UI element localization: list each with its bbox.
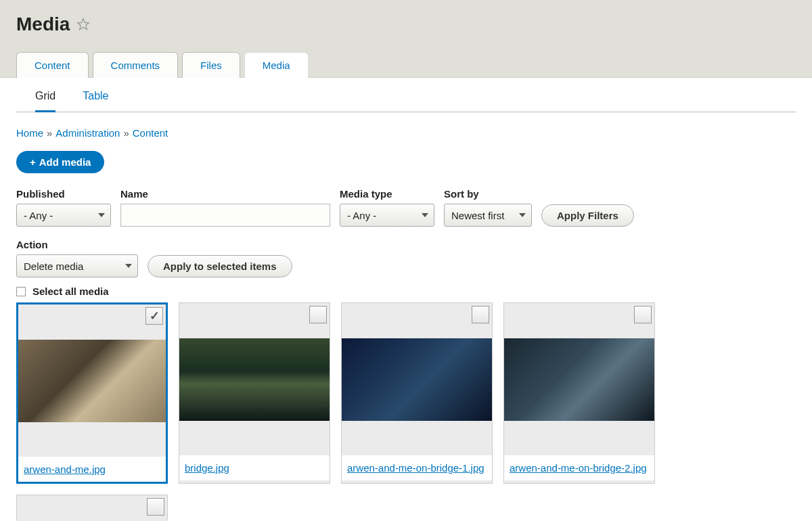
primary-tab-files[interactable]: Files <box>182 52 240 78</box>
media-card[interactable]: ✓arwen-and-me.jpg <box>16 302 168 484</box>
action-select[interactable]: Delete media <box>16 254 138 277</box>
secondary-tab-grid[interactable]: Grid <box>35 90 55 112</box>
media-filename-link[interactable]: arwen-and-me-on-bridge-2.jpg <box>510 462 647 474</box>
media-type-label: Media type <box>340 188 434 200</box>
secondary-tab-table[interactable]: Table <box>83 90 108 112</box>
caret-down-icon <box>519 213 526 217</box>
breadcrumb-separator: » <box>123 127 129 139</box>
add-media-button[interactable]: + Add media <box>16 151 104 173</box>
published-label: Published <box>16 188 111 200</box>
plus-icon: + <box>30 156 36 168</box>
breadcrumb-link[interactable]: Content <box>133 127 168 139</box>
media-card[interactable]: bridge.jpg <box>179 302 330 484</box>
media-type-select[interactable]: - Any - <box>340 204 434 227</box>
name-input[interactable] <box>120 204 330 227</box>
action-label: Action <box>16 239 796 250</box>
media-caption: arwen-and-me-on-bridge-1.jpg <box>342 455 492 480</box>
media-card[interactable]: me-and-horse.jpg <box>16 495 168 521</box>
media-select-checkbox[interactable]: ✓ <box>145 307 163 325</box>
media-caption: arwen-and-me.jpg <box>18 457 166 482</box>
media-card[interactable]: arwen-and-me-on-bridge-2.jpg <box>503 302 655 484</box>
secondary-tabs: GridTable <box>16 78 796 112</box>
sort-by-value: Newest first <box>451 210 504 221</box>
add-media-label: Add media <box>39 156 91 168</box>
media-caption: bridge.jpg <box>179 455 330 480</box>
breadcrumb-separator: » <box>47 127 52 139</box>
apply-action-label: Apply to selected items <box>163 260 277 272</box>
sort-by-select[interactable]: Newest first <box>444 204 532 227</box>
media-select-checkbox[interactable] <box>309 306 327 323</box>
action-value: Delete media <box>24 260 83 272</box>
media-thumbnail <box>504 338 654 421</box>
media-filename-link[interactable]: arwen-and-me.jpg <box>24 463 106 475</box>
media-thumb-area <box>342 303 492 455</box>
media-thumb-area <box>17 495 167 521</box>
primary-tab-comments[interactable]: Comments <box>93 52 179 78</box>
media-caption: arwen-and-me-on-bridge-2.jpg <box>504 455 654 480</box>
favorite-star-icon[interactable] <box>76 18 90 31</box>
caret-down-icon <box>98 213 105 217</box>
page-title: Media <box>16 14 70 35</box>
media-card[interactable]: arwen-and-me-on-bridge-1.jpg <box>341 302 493 484</box>
media-filename-link[interactable]: bridge.jpg <box>185 462 229 474</box>
media-thumb-area <box>179 303 330 455</box>
media-thumbnail <box>342 338 492 421</box>
breadcrumb-link[interactable]: Home <box>16 127 43 139</box>
svg-marker-0 <box>78 19 89 30</box>
name-label: Name <box>120 188 330 200</box>
apply-filters-button[interactable]: Apply Filters <box>541 204 634 227</box>
apply-action-button[interactable]: Apply to selected items <box>148 255 292 277</box>
primary-tab-media[interactable]: Media <box>244 52 309 78</box>
published-select[interactable]: - Any - <box>16 204 111 227</box>
select-all-label: Select all media <box>32 286 109 297</box>
media-filename-link[interactable]: arwen-and-me-on-bridge-1.jpg <box>347 462 484 474</box>
sort-by-label: Sort by <box>444 188 532 200</box>
published-value: - Any - <box>24 210 53 221</box>
media-thumbnail <box>179 338 330 421</box>
media-select-checkbox[interactable] <box>147 498 164 516</box>
primary-tab-content[interactable]: Content <box>16 52 89 78</box>
media-select-checkbox[interactable] <box>472 306 489 323</box>
media-type-value: - Any - <box>347 210 376 221</box>
media-grid: ✓arwen-and-me.jpgbridge.jpgarwen-and-me-… <box>16 302 796 521</box>
media-thumbnail <box>18 340 166 422</box>
breadcrumb: Home»Administration»Content <box>16 127 796 139</box>
apply-filters-label: Apply Filters <box>557 210 618 221</box>
media-thumb-area <box>504 303 654 455</box>
select-all-checkbox[interactable] <box>16 287 26 296</box>
media-select-checkbox[interactable] <box>634 306 652 323</box>
caret-down-icon <box>422 213 428 217</box>
caret-down-icon <box>125 264 132 268</box>
primary-tabs: ContentCommentsFilesMedia <box>16 51 796 77</box>
media-thumb-area <box>18 304 166 457</box>
breadcrumb-link[interactable]: Administration <box>55 127 120 139</box>
